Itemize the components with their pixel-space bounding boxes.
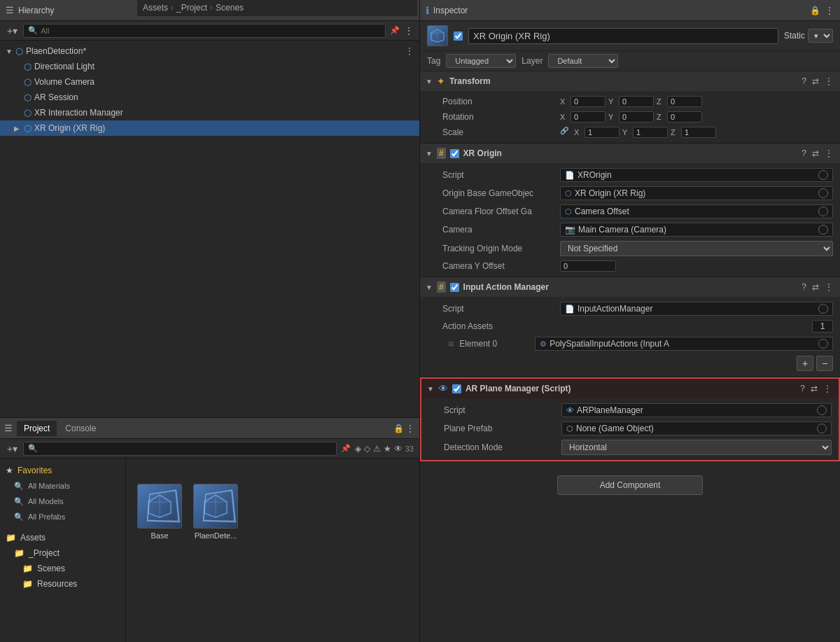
tree-item-ar-session[interactable]: ⬡ AR Session <box>0 90 419 105</box>
camera-y-input[interactable] <box>560 260 616 272</box>
xr-origin-menu-button[interactable]: ⋮ <box>823 148 834 158</box>
iam-script-circle[interactable] <box>818 304 828 314</box>
arpm-menu-button[interactable]: ⋮ <box>822 384 833 393</box>
inspector-lock-icon[interactable]: 🔒 <box>810 6 820 15</box>
favorites-filter-icon[interactable]: ★ <box>384 444 391 454</box>
hierarchy-search-box: 🔍 <box>23 24 386 38</box>
project-search-input[interactable] <box>38 445 332 453</box>
rotation-x-input[interactable] <box>570 111 606 123</box>
add-component-button[interactable]: Add Component <box>557 475 704 495</box>
rotation-y-input[interactable] <box>619 111 654 123</box>
tracking-row: Tracking Origin Mode Not Specified <box>420 239 840 258</box>
asset-plaendete[interactable]: PlaenDete... <box>193 484 238 540</box>
prefabs-filter-icon[interactable]: ◇ <box>364 444 370 454</box>
project-lock-icon[interactable]: 🔒 <box>393 424 404 433</box>
dots-icon-2[interactable]: ⋮ <box>404 25 414 36</box>
layer-dropdown[interactable]: Default <box>548 54 618 68</box>
xr-origin-header[interactable]: ▼ # XR Origin ? ⇄ ⋮ <box>420 144 840 163</box>
camera-floor-circle[interactable] <box>818 207 828 216</box>
scenes-folder-item[interactable]: 📁 Scenes <box>0 561 125 576</box>
xr-origin-settings-button[interactable]: ⇄ <box>811 148 820 158</box>
console-tab[interactable]: Console <box>58 421 103 436</box>
arpm-help-button[interactable]: ? <box>799 384 806 393</box>
transform-header[interactable]: ▼ ✦ Transform ? ⇄ ⋮ <box>420 71 840 91</box>
arpm-enabled-checkbox[interactable] <box>452 384 461 393</box>
script-circle-xr[interactable] <box>818 170 828 180</box>
xr-origin-arrow-icon: ▼ <box>426 150 433 158</box>
scale-y-input[interactable] <box>633 127 668 138</box>
visibility-filter-icon[interactable]: 👁 <box>394 444 402 454</box>
transform-menu-button[interactable]: ⋮ <box>823 76 834 86</box>
tree-item-label-1: Volume Camera <box>34 77 94 87</box>
position-z-input[interactable] <box>667 96 702 107</box>
project-tab[interactable]: Project <box>17 421 57 436</box>
tag-dropdown[interactable]: Untagged <box>446 54 516 68</box>
project-folder-item[interactable]: 📁 _Project <box>0 545 125 561</box>
favorites-section[interactable]: ★ Favorites <box>0 463 125 478</box>
iam-settings-button[interactable]: ⇄ <box>811 282 820 292</box>
rotation-row: Rotation X Y Z <box>420 109 840 125</box>
object-name-input[interactable] <box>468 28 778 44</box>
asset-base[interactable]: Base <box>137 484 182 540</box>
plane-prefab-ref: ⬡ None (Game Object) <box>561 421 832 435</box>
assets-root-item[interactable]: 📁 Assets <box>0 530 125 545</box>
plane-prefab-circle[interactable] <box>817 424 827 433</box>
materials-filter-icon[interactable]: ◈ <box>355 444 361 454</box>
warnings-filter-icon[interactable]: ⚠ <box>373 444 381 454</box>
remove-element-button[interactable]: − <box>816 356 833 371</box>
tree-item-root[interactable]: ▼ ⬡ PlaenDetection* ⋮ <box>0 43 419 59</box>
iam-enabled-checkbox[interactable] <box>450 283 459 292</box>
camera-row: Camera 📷 Main Camera (Camera) <box>420 221 840 239</box>
transform-settings-button[interactable]: ⇄ <box>811 76 820 86</box>
inspector-dots-icon[interactable]: ⋮ <box>825 5 834 16</box>
camera-label: Camera <box>442 225 554 235</box>
camera-circle[interactable] <box>818 225 828 235</box>
link-icon[interactable]: 🔗 <box>560 127 568 138</box>
origin-base-circle[interactable] <box>818 188 828 198</box>
input-action-manager-header[interactable]: ▼ # Input Action Manager ? ⇄ ⋮ <box>420 277 840 297</box>
all-materials-item[interactable]: 🔍 All Materials <box>0 478 125 494</box>
rotation-z-input[interactable] <box>667 111 702 123</box>
scale-x-input[interactable] <box>584 127 620 138</box>
tree-item-volume-camera[interactable]: ⬡ Volume Camera <box>0 74 419 90</box>
all-models-item[interactable]: 🔍 All Models <box>0 494 125 509</box>
ar-plane-manager-header[interactable]: ▼ 👁 AR Plane Manager (Script) ? ⇄ ⋮ <box>421 379 839 398</box>
tracking-dropdown[interactable]: Not Specified <box>560 241 833 256</box>
static-dropdown[interactable]: ▾ <box>808 29 833 43</box>
tree-item-xr-interaction-manager[interactable]: ⬡ XR Interaction Manager <box>0 105 419 120</box>
transform-icon: ✦ <box>437 76 445 87</box>
xr-origin-help-button[interactable]: ? <box>800 148 808 158</box>
rotation-z-field: Z <box>657 111 702 123</box>
iam-menu-button[interactable]: ⋮ <box>823 282 834 292</box>
script-ref-xr: 📄 XROrigin <box>560 168 833 182</box>
detection-mode-dropdown[interactable]: Horizontal <box>561 440 832 455</box>
project-dots-icon[interactable]: ⋮ <box>405 423 415 434</box>
all-prefabs-item[interactable]: 🔍 All Prefabs <box>0 509 125 524</box>
pin-icon[interactable]: 📌 <box>390 26 400 35</box>
resources-folder-item[interactable]: 📁 Resources <box>0 576 125 592</box>
transform-body: Position X Y Z Rota <box>420 91 840 143</box>
pin-icon-2[interactable]: 📌 <box>341 444 351 453</box>
arpm-script-circle[interactable] <box>817 405 827 415</box>
add-element-button[interactable]: + <box>797 356 813 371</box>
search-icon-4: 🔍 <box>14 512 24 522</box>
scale-z-input[interactable] <box>681 127 716 138</box>
hierarchy-add-button[interactable]: +▾ <box>6 25 19 36</box>
origin-base-icon: ⬡ <box>565 189 572 198</box>
project-add-button[interactable]: +▾ <box>6 443 19 454</box>
arpm-settings-button[interactable]: ⇄ <box>809 384 819 393</box>
transform-help-button[interactable]: ? <box>800 76 808 86</box>
position-y-input[interactable] <box>619 96 654 107</box>
tree-item-options[interactable]: ⋮ <box>405 46 414 56</box>
iam-help-button[interactable]: ? <box>800 282 808 292</box>
tree-item-directional-light[interactable]: ⬡ Directional Light <box>0 59 419 74</box>
tree-item-xr-origin[interactable]: ▶ ⬡ XR Origin (XR Rig) <box>0 120 419 136</box>
position-row: Position X Y Z <box>420 94 840 109</box>
element-circle[interactable] <box>818 339 828 349</box>
xr-origin-enabled-checkbox[interactable] <box>450 149 459 158</box>
info-icon: ℹ <box>426 5 429 16</box>
object-enabled-checkbox[interactable] <box>454 32 463 41</box>
position-x-input[interactable] <box>570 96 606 107</box>
hierarchy-search-input[interactable] <box>41 27 381 35</box>
xr-origin-buttons: ? ⇄ ⋮ <box>800 148 834 158</box>
